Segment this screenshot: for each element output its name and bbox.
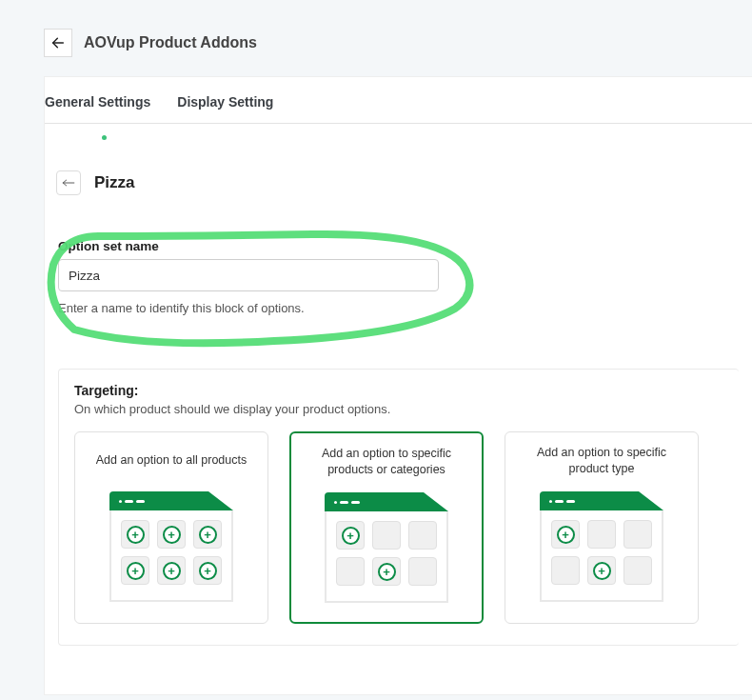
page-title: AOVup Product Addons (84, 34, 257, 51)
targeting-subtitle: On which product should we display your … (74, 402, 723, 416)
arrow-left-icon (50, 35, 66, 50)
sub-header: Pizza (45, 140, 752, 205)
targeting-cards: Add an option to all products Add an opt… (74, 431, 723, 624)
tabs: General Settings Display Setting (45, 77, 752, 124)
option-set-title: Pizza (94, 173, 135, 192)
targeting-card-product-type[interactable]: Add an option to specific product type (505, 431, 699, 624)
page-header: AOVup Product Addons (0, 0, 752, 76)
sub-back-button[interactable] (56, 170, 81, 195)
tab-general-settings[interactable]: General Settings (45, 94, 150, 110)
targeting-block: Targeting: On which product should we di… (58, 369, 739, 646)
tab-display-setting[interactable]: Display Setting (177, 94, 273, 110)
settings-panel: General Settings Display Setting Pizza O… (44, 76, 752, 695)
card-illustration (325, 492, 448, 603)
option-set-name-helper: Enter a name to identify this block of o… (58, 301, 739, 315)
card-label: Add an option to specific products or ca… (291, 445, 482, 479)
card-label: Add an option to specific product type (505, 444, 698, 478)
targeting-title: Targeting: (74, 383, 723, 398)
option-set-name-label: Option set name (58, 239, 739, 253)
targeting-card-specific-products[interactable]: Add an option to specific products or ca… (289, 431, 484, 624)
option-set-name-input[interactable] (58, 259, 439, 291)
option-set-name-block: Option set name Enter a name to identify… (45, 205, 752, 323)
arrow-left-icon (62, 178, 75, 188)
card-illustration (109, 491, 233, 602)
targeting-card-all-products[interactable]: Add an option to all products (74, 431, 268, 624)
card-illustration (540, 491, 663, 602)
back-button[interactable] (44, 29, 72, 57)
card-label: Add an option to all products (85, 444, 258, 478)
